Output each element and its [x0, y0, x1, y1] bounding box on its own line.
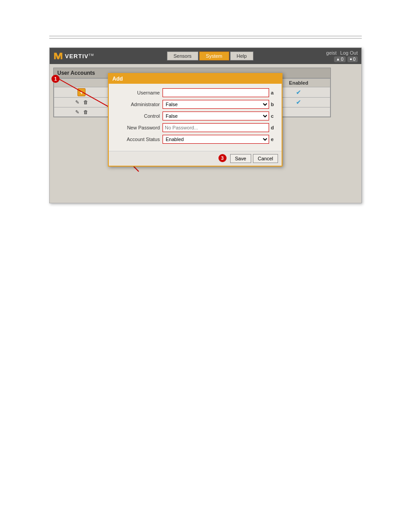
- top-dividers: [49, 36, 362, 39]
- edit-icon-2[interactable]: ✎: [74, 108, 81, 116]
- add-dialog-overlay: Add Username a Administrator False: [108, 73, 361, 167]
- dialog-title: Add: [109, 74, 282, 84]
- field-letter-a: a: [271, 90, 277, 95]
- nav-help[interactable]: Help: [230, 51, 254, 60]
- edit-icon-1[interactable]: ✎: [74, 99, 81, 106]
- topbar-right: geist Log Out ▲ 0 ● 0: [326, 50, 358, 62]
- dialog-footer: 3 Save Cancel: [109, 151, 282, 166]
- info-icon: ●: [350, 57, 352, 61]
- main-nav: Sensors System Help: [167, 51, 254, 60]
- browser-window: VERTIVTM Sensors System Help geist Log O…: [49, 47, 362, 203]
- administrator-select[interactable]: False True: [163, 100, 269, 109]
- user-links: geist Log Out: [326, 50, 358, 56]
- account-status-select[interactable]: Enabled Disabled: [163, 135, 269, 144]
- add-dialog: Add Username a Administrator False: [108, 73, 283, 167]
- field-letter-c: c: [271, 113, 277, 119]
- brand-logo: VERTIVTM: [53, 51, 94, 61]
- control-field-row: Control False True c: [113, 112, 277, 120]
- warning-badge: ▲ 0: [334, 56, 346, 62]
- delete-icon-1[interactable]: 🗑: [82, 99, 90, 106]
- delete-icon-2[interactable]: 🗑: [82, 108, 90, 116]
- save-button[interactable]: Save: [230, 154, 251, 163]
- annotation-3: 3: [218, 154, 227, 162]
- password-input[interactable]: [163, 123, 269, 132]
- field-letter-e: e: [271, 137, 277, 142]
- username-label: geist: [326, 50, 337, 56]
- alert-badges: ▲ 0 ● 0: [334, 56, 358, 62]
- topbar: VERTIVTM Sensors System Help geist Log O…: [50, 48, 361, 64]
- content-area: User Accounts Enabled +: [50, 64, 361, 203]
- account-status-field-row: Account Status Enabled Disabled e: [113, 135, 277, 144]
- vertiv-logo-icon: [53, 51, 63, 61]
- field-letter-d: d: [271, 125, 277, 130]
- row-actions-2: ✎ 🗑: [54, 98, 109, 107]
- warning-icon: ▲: [336, 57, 340, 61]
- username-label-text: Username: [113, 90, 163, 95]
- annotation-1: 1: [51, 75, 60, 83]
- vertiv-logo-text: VERTIVTM: [65, 53, 94, 60]
- info-badge: ● 0: [347, 56, 358, 62]
- username-input[interactable]: [163, 88, 269, 97]
- nav-sensors[interactable]: Sensors: [167, 51, 198, 60]
- row-actions-1: +: [54, 87, 109, 98]
- row-actions-3: ✎ 🗑: [54, 107, 109, 117]
- add-user-button[interactable]: +: [77, 88, 86, 96]
- logout-link[interactable]: Log Out: [340, 50, 358, 56]
- administrator-field-row: Administrator False True b: [113, 100, 277, 109]
- administrator-label: Administrator: [113, 102, 163, 107]
- password-field-row: New Password d: [113, 123, 277, 132]
- col-actions: [54, 79, 109, 87]
- cancel-button[interactable]: Cancel: [253, 154, 278, 163]
- info-count: 0: [353, 57, 355, 62]
- account-status-label: Account Status: [113, 137, 163, 142]
- dialog-body: Username a Administrator False True b: [109, 84, 282, 151]
- svg-marker-0: [54, 53, 62, 60]
- username-field-row: Username a: [113, 88, 277, 97]
- password-label: New Password: [113, 125, 163, 130]
- field-letter-b: b: [271, 102, 277, 107]
- warning-count: 0: [341, 57, 343, 62]
- control-label: Control: [113, 113, 163, 119]
- control-select[interactable]: False True: [163, 112, 269, 120]
- nav-system[interactable]: System: [199, 51, 229, 60]
